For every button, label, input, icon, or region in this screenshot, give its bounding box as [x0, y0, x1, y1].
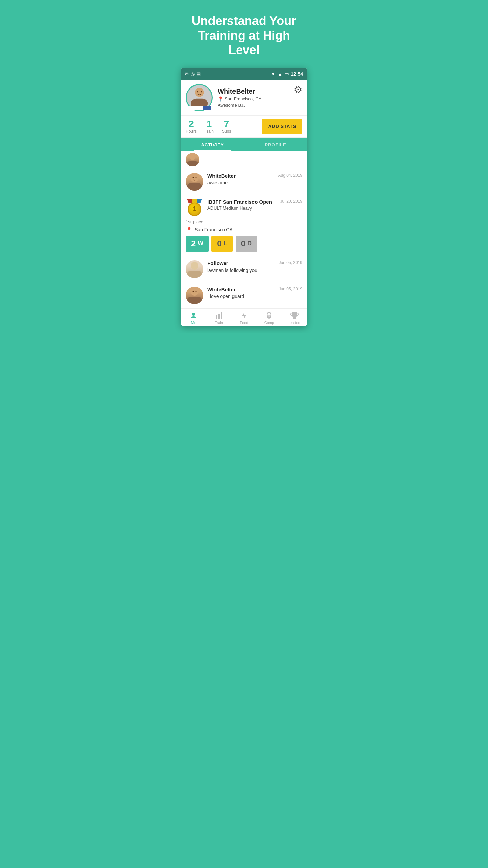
card-name-1: WhiteBelter [207, 173, 236, 179]
medal-circle: 1 [188, 202, 201, 216]
comp-losses-value: 0 [217, 239, 221, 249]
stat-hours-label: Hours [186, 129, 197, 134]
nav-label-leaders: Leaders [288, 321, 301, 325]
nav-item-me[interactable]: Me [181, 312, 206, 325]
stat-subs-value: 7 [222, 119, 231, 129]
comp-event-name: IBJFF San Francisco Open [207, 199, 276, 205]
feed-mini-avatar [186, 153, 199, 166]
stat-subs: 7 Subs [222, 119, 231, 134]
tab-profile[interactable]: PROFILE [244, 138, 307, 151]
nav-label-comp: Comp [264, 321, 274, 325]
belt-white [188, 106, 203, 110]
nav-label-train: Train [215, 321, 223, 325]
card-text-2: I love open guard [207, 294, 302, 299]
card-header-1: WhiteBelter Aug 04, 2019 [207, 173, 302, 179]
nav-item-train[interactable]: Train [206, 312, 231, 325]
follower-card-name: Follower [207, 260, 228, 266]
nav-item-comp[interactable]: 1 Comp [257, 312, 282, 325]
belt-blue [203, 106, 211, 110]
card-name-2: WhiteBelter [207, 287, 236, 292]
svg-rect-25 [293, 318, 296, 319]
status-bar-left: ✉ ◎ ▤ [185, 71, 201, 76]
nav-item-leaders[interactable]: Leaders [282, 312, 307, 325]
bar-chart-icon [215, 312, 223, 320]
card-content-2: WhiteBelter Jun 05, 2019 I love open gua… [207, 287, 302, 299]
phone-frame: ✉ ◎ ▤ ▼ ▲ ▭ 12:54 [181, 68, 307, 326]
wifi-icon: ▼ [271, 71, 276, 77]
svg-point-14 [193, 291, 194, 292]
hero-title: Understanad Your Training at High Level [174, 0, 314, 68]
svg-rect-7 [187, 183, 202, 191]
nav-label-me: Me [191, 321, 196, 325]
svg-rect-19 [221, 312, 222, 319]
card-avatar-1 [186, 173, 203, 191]
lightning-icon [240, 312, 248, 320]
svg-rect-5 [187, 161, 198, 166]
feed-mini-avatar-row [181, 151, 307, 169]
medal-icon: 1 [265, 312, 273, 320]
follower-avatar-svg [186, 260, 203, 278]
profile-location: 📍 San Francisco, CA [218, 96, 302, 102]
profile-info: WhiteBelter 📍 San Francisco, CA Awesome … [218, 87, 302, 108]
svg-rect-18 [218, 314, 220, 319]
comp-location-text: San Francisco CA [195, 227, 233, 232]
activity-card-competition: 1 IBJFF San Francisco Open ADULT Medium … [181, 195, 307, 256]
comp-location: 📍 San Francisco CA [186, 226, 302, 233]
svg-point-6 [191, 175, 198, 182]
svg-point-2 [197, 91, 198, 92]
profile-name: WhiteBelter [218, 87, 302, 95]
activity-card-post-2: WhiteBelter Jun 05, 2019 I love open gua… [181, 282, 307, 309]
card-date-1: Aug 04, 2019 [278, 173, 302, 178]
svg-point-0 [195, 88, 204, 97]
stat-train: 1 Train [205, 119, 214, 134]
tab-activity[interactable]: ACTIVITY [181, 138, 244, 151]
medal-wrapper: 1 [186, 199, 203, 217]
follower-avatar [186, 260, 203, 278]
trophy-icon [290, 312, 299, 320]
card-date-2: Jun 05, 2019 [279, 287, 302, 291]
svg-text:1: 1 [268, 316, 270, 318]
svg-marker-20 [242, 312, 246, 319]
stat-hours: 2 Hours [186, 119, 197, 134]
losses-label: L [224, 240, 227, 247]
activity-feed: WhiteBelter Aug 04, 2019 awesome 1 IBJFF… [181, 151, 307, 309]
profile-header: WhiteBelter 📍 San Francisco, CA Awesome … [181, 80, 307, 116]
gmail-icon: ✉ [185, 71, 189, 76]
follower-card-text: lawman is following you [207, 268, 302, 273]
comp-info: IBJFF San Francisco Open ADULT Medium He… [207, 199, 276, 211]
card-header-2: WhiteBelter Jun 05, 2019 [207, 287, 302, 292]
nav-label-feed: Feed [240, 321, 248, 325]
card-avatar-svg-2 [186, 287, 203, 304]
settings-button[interactable]: ⚙ [294, 84, 302, 95]
status-time: 12:54 [291, 71, 303, 77]
stat-train-label: Train [205, 129, 214, 134]
nav-item-feed[interactable]: Feed [231, 312, 257, 325]
bottom-nav: Me Train Feed 1 Comp [181, 309, 307, 326]
location-pin-icon: 📍 [218, 96, 223, 102]
comp-losses-box: 0 L [211, 236, 232, 252]
belt-display [188, 106, 211, 110]
card-content-1: WhiteBelter Aug 04, 2019 awesome [207, 173, 302, 185]
card-text-1: awesome [207, 180, 302, 185]
svg-rect-17 [216, 315, 217, 319]
svg-point-9 [196, 177, 197, 178]
follower-card-date: Jun 05, 2019 [279, 260, 302, 265]
activity-card-post-1: WhiteBelter Aug 04, 2019 awesome [181, 169, 307, 195]
svg-point-8 [193, 177, 194, 178]
follower-card-content: Follower Jun 05, 2019 lawman is followin… [207, 260, 302, 273]
svg-point-12 [191, 288, 198, 296]
signal-icon: ▲ [278, 71, 282, 77]
draws-label: D [247, 240, 252, 247]
comp-location-pin-icon: 📍 [186, 226, 192, 233]
activity-card-follower: Follower Jun 05, 2019 lawman is followin… [181, 256, 307, 282]
status-bar: ✉ ◎ ▤ ▼ ▲ ▭ 12:54 [181, 68, 307, 80]
stats-row: 2 Hours 1 Train 7 Subs ADD STATS [181, 116, 307, 138]
card-avatar-2 [186, 287, 203, 304]
card-avatar-svg-1 [186, 173, 203, 191]
add-stats-button[interactable]: ADD STATS [262, 119, 302, 134]
tab-bar: ACTIVITY PROFILE [181, 138, 307, 151]
comp-draws-box: 0 D [236, 236, 257, 252]
status-bar-right: ▼ ▲ ▭ 12:54 [271, 71, 303, 77]
profile-gym: Awesome BJJ [218, 103, 302, 108]
comp-header: 1 IBJFF San Francisco Open ADULT Medium … [186, 199, 302, 217]
